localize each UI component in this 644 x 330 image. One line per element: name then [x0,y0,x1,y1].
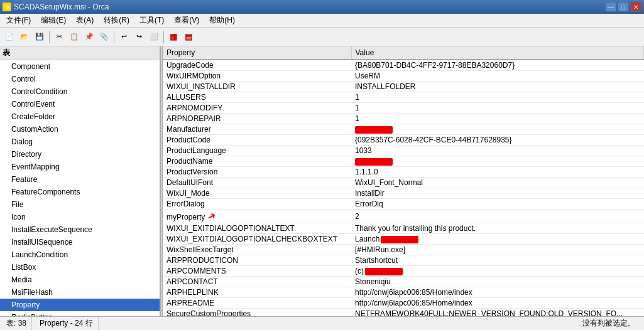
table-row[interactable]: ARPNOMODIFY1 [163,103,644,114]
value-cell: NETFRAMEWORK40FULL;NEWER_VERSION_FOUND;O… [351,309,644,317]
table-row[interactable]: WixUIRMOptionUseRM [163,71,644,82]
list-item[interactable]: ListBox [0,261,160,274]
list-item[interactable]: InstallExecuteSequence [0,223,160,236]
list-item[interactable]: FeatureComponents [0,186,160,198]
table-row[interactable]: ARPPRODUCTICONStartshortcut [163,255,644,266]
table-row[interactable]: ARPHELPLINKhttp://cnwj6iapc006:85/Home/i… [163,287,644,298]
value-cell: WixUI_Font_Normal [351,178,644,188]
table-row[interactable]: WIXUI_INSTALLDIRINSTALLFOLDER [163,82,644,92]
value-cell: (c) [351,266,644,277]
cut-button[interactable]: ✂ [52,30,66,44]
value-cell: Startshortcut [351,255,644,266]
list-item[interactable]: Media [0,274,160,286]
validate2-button[interactable]: ▤ [182,30,195,44]
list-item[interactable]: CustomAction [0,123,160,136]
redo-button[interactable]: ↪ [132,30,146,44]
left-panel-header: 表 [0,46,160,60]
property-cell: WIXUI_EXITDIALOGOPTIONALTEXT [163,223,351,234]
list-item[interactable]: ControlEvent [0,98,160,110]
list-item[interactable]: Dialog [0,136,160,148]
left-panel: 表 ComponentControlControlConditionContro… [0,46,160,316]
status-selection: 没有列被选定。 [99,317,640,330]
data-table: Property Value UpgradeCode{BA90B701-DB4C… [163,46,644,316]
property-cell: WixShellExecTarget [163,245,351,255]
open-button[interactable]: 📂 [18,30,31,44]
paste-button[interactable]: 📌 [82,30,96,44]
redacted-value [355,126,393,134]
value-cell: Launch [351,234,644,245]
paste2-button[interactable]: 📎 [97,30,111,44]
table-row[interactable]: WIXUI_EXITDIALOGOPTIONALCHECKBOXTEXTLaun… [163,234,644,245]
table-row[interactable]: ARPREADMEhttp://cnwj6iapc006:85/Home/ind… [163,298,644,309]
table-row[interactable]: WIXUI_EXITDIALOGOPTIONALTEXTThank you fo… [163,223,644,234]
list-item[interactable]: CreateFolder [0,110,160,123]
maximize-button[interactable]: □ [618,2,629,12]
table-row[interactable]: Manufacturer [163,124,644,135]
property-cell: WIXUI_EXITDIALOGOPTIONALCHECKBOXTEXT [163,234,351,245]
undo-button[interactable]: ↩ [117,30,131,44]
menu-help[interactable]: 帮助(H) [204,14,240,27]
list-item[interactable]: Icon [0,211,160,223]
new-button[interactable]: 📄 [3,30,16,44]
value-cell: INSTALLFOLDER [351,82,644,92]
minimize-button[interactable]: — [605,2,616,12]
table-row[interactable]: WixUI_ModeInstallDir [163,188,644,199]
table-row[interactable]: DefaultUIFontWixUI_Font_Normal [163,178,644,188]
table-row[interactable]: ProductLanguage1033 [163,146,644,156]
property-cell: myProperty➜ [163,210,351,223]
table-row[interactable]: ErrorDialogErrorDlq [163,199,644,210]
table-row[interactable]: UpgradeCode{BA90B701-DB4C-4FF2-9717-88EB… [163,60,644,71]
value-cell: [#HMIRun.exe] [351,245,644,255]
menu-tools[interactable]: 工具(T) [134,14,169,27]
property-cell: ARPCONTACT [163,277,351,287]
table-list[interactable]: ComponentControlControlConditionControlE… [0,60,160,316]
property-cell: WixUIRMOption [163,71,351,82]
table-row[interactable]: ProductName [163,156,644,167]
validate-button[interactable]: ▦ [166,30,180,44]
value-cell: 1 [351,103,644,114]
property-cell: ARPPRODUCTICON [163,255,351,266]
list-item[interactable]: EventMapping [0,161,160,173]
save-button[interactable]: 💾 [33,30,46,44]
value-cell: 2 [351,210,644,223]
property-cell: ErrorDialog [163,199,351,210]
menu-transform[interactable]: 转换(R) [99,14,134,27]
table-row[interactable]: ARPNOREPAIR1 [163,114,644,124]
table-row[interactable]: ARPCONTACTStoneniqiu [163,277,644,287]
list-item[interactable]: Directory [0,148,160,161]
list-item[interactable]: MsiFileHash [0,286,160,299]
property-table: Property Value UpgradeCode{BA90B701-DB4C… [163,46,644,316]
list-item[interactable]: Property [0,299,160,311]
table-row[interactable]: ALLUSERS1 [163,92,644,103]
copy-button[interactable]: 📋 [67,30,81,44]
value-cell: http://cnwj6iapc006:85/Home/index [351,287,644,298]
menu-table[interactable]: 表(A) [71,14,99,27]
window-controls: — □ ✕ [605,2,641,12]
table-row[interactable]: ProductVersion1.1.1.0 [163,167,644,178]
property-cell: ProductName [163,156,351,167]
list-item[interactable]: InstallUISequence [0,236,160,248]
property-cell: WixUI_Mode [163,188,351,199]
value-cell: Stoneniqiu [351,277,644,287]
close-button[interactable]: ✕ [630,2,641,12]
value-cell: {BA90B701-DB4C-4FF2-9717-88EBA32060D7} [351,60,644,71]
list-item[interactable]: Feature [0,173,160,186]
list-item[interactable]: Component [0,60,160,73]
list-item[interactable]: Control [0,73,160,85]
list-item[interactable]: LaunchCondition [0,248,160,261]
table-row[interactable]: ProductCode{092B357C-6028-42CF-BCE0-44B7… [163,135,644,146]
menu-bar: 文件(F) 编辑(E) 表(A) 转换(R) 工具(T) 查看(V) 帮助(H) [0,14,644,28]
list-item[interactable]: File [0,198,160,211]
col-property: Property [163,46,351,60]
list-item[interactable]: RadioButton [0,311,160,316]
table-row[interactable]: SecureCustomPropertiesNETFRAMEWORK40FULL… [163,309,644,317]
table-row[interactable]: WixShellExecTarget[#HMIRun.exe] [163,245,644,255]
table-row[interactable]: myProperty➜2 [163,210,644,223]
menu-edit[interactable]: 编辑(E) [36,14,71,27]
value-cell: 1.1.1.0 [351,167,644,178]
list-item[interactable]: ControlCondition [0,85,160,98]
table-row[interactable]: ARPCOMMENTS(c) [163,266,644,277]
action1-button[interactable]: ⬜ [147,30,161,44]
menu-view[interactable]: 查看(V) [169,14,204,27]
menu-file[interactable]: 文件(F) [1,14,36,27]
